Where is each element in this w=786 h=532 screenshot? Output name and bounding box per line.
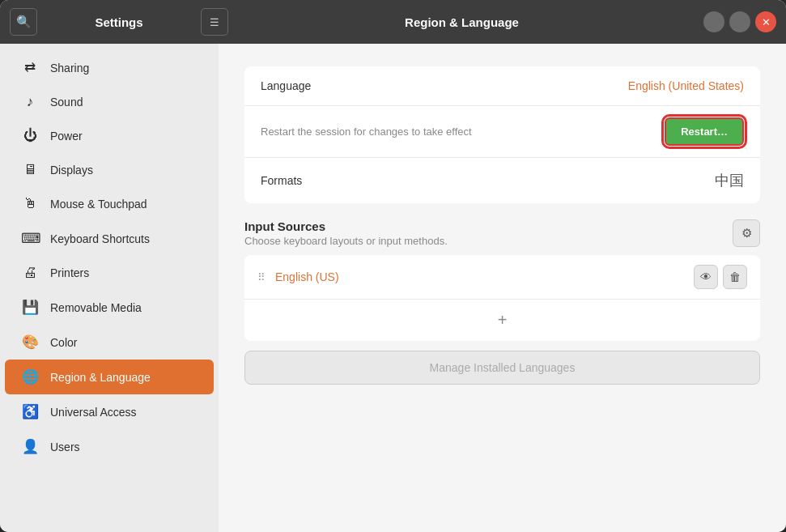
input-sources-subtitle: Choose keyboard layouts or input methods… — [244, 235, 448, 247]
formats-label: Formats — [261, 174, 302, 187]
input-source-row: ⠿ English (US) 👁 🗑 — [244, 255, 760, 300]
drag-handle-icon[interactable]: ⠿ — [257, 271, 266, 283]
input-sources-header: Input Sources Choose keyboard layouts or… — [244, 219, 760, 247]
titlebar-left: 🔍 Settings ☰ — [10, 8, 228, 36]
restart-row: Restart the session for changes to take … — [244, 106, 760, 158]
input-sources-settings-button[interactable]: ⚙ — [733, 219, 760, 247]
sidebar-item-mouse-touchpad[interactable]: 🖱 Mouse & Touchpad — [5, 187, 214, 221]
sidebar-item-label: Universal Access — [50, 406, 137, 419]
sidebar-title: Settings — [44, 15, 194, 29]
input-sources-text: Input Sources Choose keyboard layouts or… — [244, 219, 448, 247]
displays-icon: 🖥 — [21, 162, 39, 178]
sidebar: ⇄ Sharing ♪ Sound ⏻ Power 🖥 Displays 🖱 M… — [0, 44, 219, 532]
add-input-source-button[interactable]: + — [498, 311, 508, 330]
maximize-icon: □ — [737, 17, 743, 27]
sidebar-item-color[interactable]: 🎨 Color — [5, 325, 214, 360]
power-icon: ⏻ — [21, 128, 39, 144]
titlebar-right: − □ ✕ — [695, 11, 776, 32]
sidebar-item-label: Keyboard Shortcuts — [50, 232, 150, 245]
search-button[interactable]: 🔍 — [10, 8, 37, 36]
sidebar-item-label: Sound — [50, 96, 83, 109]
language-row: Language English (United States) — [244, 66, 760, 106]
formats-icon: 中国 — [715, 171, 744, 190]
search-icon: 🔍 — [16, 15, 32, 29]
language-label: Language — [261, 79, 311, 92]
delete-input-source-button[interactable]: 🗑 — [723, 265, 747, 289]
content-area: ⇄ Sharing ♪ Sound ⏻ Power 🖥 Displays 🖱 M… — [0, 44, 786, 532]
manage-languages-button[interactable]: Manage Installed Languages — [244, 351, 760, 385]
sidebar-item-label: Region & Language — [50, 371, 151, 384]
sidebar-item-printers[interactable]: 🖨 Printers — [5, 256, 214, 290]
region-language-icon: 🌐 — [21, 368, 39, 385]
printer-icon: 🖨 — [21, 265, 39, 281]
keyboard-icon: ⌨ — [21, 230, 39, 247]
close-icon: ✕ — [762, 16, 771, 28]
sidebar-item-sharing[interactable]: ⇄ Sharing — [5, 50, 214, 85]
sidebar-item-users[interactable]: 👤 Users — [5, 429, 214, 464]
sidebar-item-universal-access[interactable]: ♿ Universal Access — [5, 394, 214, 429]
restart-text: Restart the session for changes to take … — [261, 126, 472, 138]
sidebar-item-label: Sharing — [50, 62, 89, 74]
language-card: Language English (United States) Restart… — [244, 66, 760, 203]
sidebar-item-removable-media[interactable]: 💾 Removable Media — [5, 290, 214, 325]
titlebar-center: Region & Language — [228, 15, 695, 29]
main-content: Language English (United States) Restart… — [219, 44, 786, 532]
formats-row: Formats 中国 — [244, 158, 760, 203]
minimize-button[interactable]: − — [703, 11, 724, 32]
restart-button[interactable]: Restart… — [665, 117, 744, 146]
menu-button[interactable]: ☰ — [201, 8, 228, 36]
sound-icon: ♪ — [21, 94, 39, 110]
sidebar-item-label: Removable Media — [50, 301, 142, 314]
preview-input-source-button[interactable]: 👁 — [694, 265, 718, 289]
eye-icon: 👁 — [700, 270, 712, 283]
users-icon: 👤 — [21, 438, 39, 455]
sidebar-item-region-language[interactable]: 🌐 Region & Language — [5, 360, 214, 394]
input-sources-title: Input Sources — [244, 219, 448, 233]
gear-icon: ⚙ — [741, 226, 752, 240]
sidebar-item-label: Color — [50, 336, 77, 349]
mouse-icon: 🖱 — [21, 196, 39, 212]
input-source-name: English (US) — [275, 270, 694, 283]
trash-icon: 🗑 — [729, 270, 741, 283]
sidebar-item-label: Printers — [50, 266, 89, 279]
sidebar-item-label: Mouse & Touchpad — [50, 198, 147, 211]
sidebar-item-label: Users — [50, 440, 80, 453]
input-sources-card: ⠿ English (US) 👁 🗑 + — [244, 255, 760, 341]
removable-media-icon: 💾 — [21, 299, 39, 316]
sidebar-item-displays[interactable]: 🖥 Displays — [5, 153, 214, 187]
sharing-icon: ⇄ — [21, 59, 39, 76]
color-icon: 🎨 — [21, 334, 39, 351]
titlebar: 🔍 Settings ☰ Region & Language − □ ✕ — [0, 0, 786, 44]
sidebar-item-power[interactable]: ⏻ Power — [5, 119, 214, 153]
sidebar-item-label: Displays — [50, 164, 93, 177]
sidebar-item-keyboard-shortcuts[interactable]: ⌨ Keyboard Shortcuts — [5, 221, 214, 256]
sidebar-item-label: Power — [50, 130, 83, 143]
maximize-button[interactable]: □ — [729, 11, 750, 32]
language-value: English (United States) — [628, 79, 744, 92]
input-source-actions: 👁 🗑 — [694, 265, 747, 289]
panel-title: Region & Language — [405, 15, 519, 29]
universal-access-icon: ♿ — [21, 403, 39, 420]
sidebar-item-sound[interactable]: ♪ Sound — [5, 85, 214, 119]
minimize-icon: − — [712, 17, 716, 27]
add-input-source-row: + — [244, 300, 760, 341]
menu-icon: ☰ — [210, 16, 219, 28]
close-button[interactable]: ✕ — [755, 11, 776, 32]
